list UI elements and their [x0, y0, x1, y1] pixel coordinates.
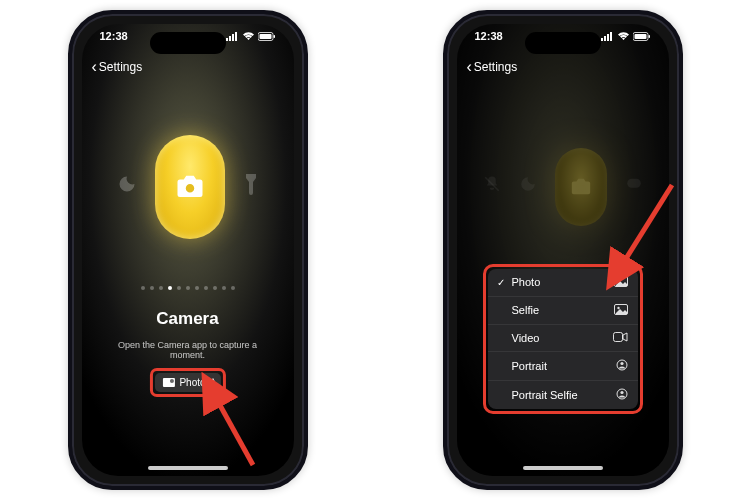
picture-icon [614, 276, 628, 289]
up-down-chevron-icon: ▴▾ [211, 378, 213, 386]
menu-label: Portrait Selfie [512, 389, 578, 401]
screen: 12:38 ‹ Settings [82, 24, 294, 476]
dynamic-island [150, 32, 226, 54]
svg-point-27 [620, 390, 623, 393]
chevron-left-icon: ‹ [92, 62, 97, 72]
back-label: Settings [99, 60, 142, 74]
svg-rect-23 [613, 332, 622, 341]
svg-rect-2 [232, 34, 234, 41]
page-subtitle: Open the Camera app to capture a moment. [82, 340, 294, 360]
battery-icon [633, 32, 651, 41]
mode-menu: ✓Photo Selfie Video Portrait Portrait Se… [488, 269, 638, 409]
portrait-icon [616, 388, 628, 402]
menu-item-photo[interactable]: ✓Photo [488, 269, 638, 297]
status-icons [226, 30, 276, 42]
page-dots [141, 286, 235, 290]
status-time: 12:38 [475, 30, 503, 42]
menu-item-portrait-selfie[interactable]: Portrait Selfie [488, 381, 638, 409]
status-time: 12:38 [100, 30, 128, 42]
highlight-box: Photo ▴▾ [149, 368, 225, 397]
video-icon [613, 332, 628, 344]
wifi-icon [617, 32, 630, 41]
back-nav[interactable]: ‹ Settings [467, 60, 518, 74]
camera-icon [175, 172, 205, 202]
svg-point-20 [617, 278, 619, 280]
home-indicator [523, 466, 603, 470]
highlight-box: ✓Photo Selfie Video Portrait Portrait Se… [483, 264, 643, 414]
chevron-left-icon: ‹ [467, 62, 472, 72]
svg-point-25 [620, 361, 623, 364]
phone-right: 12:38 ‹ Settings [443, 10, 683, 490]
back-label: Settings [474, 60, 517, 74]
screen: 12:38 ‹ Settings [457, 24, 669, 476]
svg-rect-0 [226, 38, 228, 41]
back-nav[interactable]: ‹ Settings [92, 60, 143, 74]
picture-icon [614, 304, 628, 317]
menu-item-selfie[interactable]: Selfie [488, 297, 638, 325]
svg-rect-5 [259, 34, 271, 39]
portrait-icon [616, 359, 628, 373]
picture-icon [162, 378, 174, 387]
status-icons [601, 30, 651, 42]
svg-point-22 [617, 306, 619, 308]
svg-rect-1 [229, 36, 231, 41]
phone-left: 12:38 ‹ Settings [68, 10, 308, 490]
svg-rect-3 [235, 32, 237, 41]
menu-item-video[interactable]: Video [488, 325, 638, 352]
mode-label: Photo [179, 377, 205, 388]
checkmark-icon: ✓ [496, 277, 506, 288]
svg-rect-12 [610, 32, 612, 41]
mode-select-button[interactable]: Photo ▴▾ [154, 373, 220, 392]
svg-rect-14 [634, 34, 646, 39]
flashlight-icon [243, 173, 259, 200]
svg-rect-6 [273, 35, 275, 38]
menu-item-portrait[interactable]: Portrait [488, 352, 638, 381]
battery-icon [258, 32, 276, 41]
menu-label: Photo [512, 276, 541, 288]
svg-rect-11 [607, 34, 609, 41]
menu-label: Selfie [512, 304, 540, 316]
signal-icon [601, 32, 614, 41]
svg-rect-15 [648, 35, 650, 38]
signal-icon [226, 32, 239, 41]
menu-label: Video [512, 332, 540, 344]
camera-button[interactable] [155, 135, 225, 239]
page-title: Camera [82, 309, 294, 329]
svg-rect-10 [604, 36, 606, 41]
svg-rect-9 [601, 38, 603, 41]
home-indicator [148, 466, 228, 470]
dynamic-island [525, 32, 601, 54]
do-not-disturb-icon [117, 174, 137, 199]
wifi-icon [242, 32, 255, 41]
menu-label: Portrait [512, 360, 547, 372]
